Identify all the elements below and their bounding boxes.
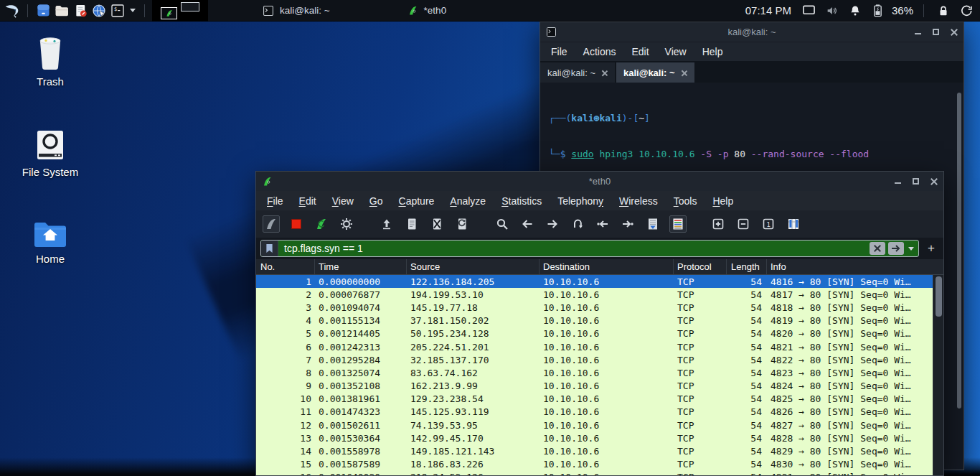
stop-capture-button[interactable]	[288, 215, 305, 233]
terminal-titlebar[interactable]: kali@kali: ~	[540, 22, 963, 42]
wireshark-menu-go[interactable]: Go	[363, 194, 390, 208]
go-to-packet-button[interactable]	[569, 215, 586, 233]
packet-row[interactable]: 120.00150261174.139.53.9510.10.10.6TCP54…	[256, 419, 933, 431]
packet-row[interactable]: 130.001530364142.99.45.17010.10.10.6TCP5…	[256, 431, 933, 444]
wireshark-titlebar[interactable]: *eth0	[256, 172, 943, 191]
zoom-100-button[interactable]: 1	[760, 215, 777, 233]
terminal-tab-active[interactable]: kali@kali: ~	[616, 62, 694, 83]
zoom-out-button[interactable]	[735, 215, 752, 233]
packet-row[interactable]: 110.001474323145.125.93.11910.10.10.6TCP…	[256, 406, 933, 419]
packet-row[interactable]: 140.001558978149.185.121.14310.10.10.6TC…	[256, 444, 933, 457]
terminal-menu-view[interactable]: View	[659, 45, 693, 59]
filter-apply-button[interactable]	[888, 242, 904, 255]
minimize-button[interactable]	[914, 28, 922, 36]
workspace-pager[interactable]	[152, 0, 208, 22]
close-button[interactable]	[950, 28, 958, 36]
go-last-button[interactable]	[619, 215, 636, 233]
wireshark-menu-file[interactable]: File	[260, 194, 290, 208]
filter-dropdown-caret[interactable]	[908, 247, 914, 251]
column-header-time[interactable]: Time	[315, 259, 407, 274]
terminal-menu-edit[interactable]: Edit	[625, 45, 655, 59]
launcher-text-editor[interactable]	[71, 1, 90, 20]
zoom-in-button[interactable]	[710, 215, 727, 233]
lock-button[interactable]	[934, 1, 953, 20]
packet-row[interactable]: 40.00115513437.181.150.20210.10.10.6TCP5…	[256, 314, 933, 327]
terminal-tab[interactable]: kali@kali: ~	[540, 62, 615, 83]
close-capture-button[interactable]	[428, 215, 446, 233]
filter-add-button[interactable]: +	[923, 241, 939, 256]
go-forward-button[interactable]	[544, 215, 561, 233]
capture-options-button[interactable]	[338, 215, 355, 233]
go-back-button[interactable]	[519, 215, 536, 233]
terminal-scrollbar[interactable]	[957, 88, 961, 461]
packet-row[interactable]: 70.00129528432.185.137.17010.10.10.6TCP5…	[256, 353, 933, 366]
packet-row[interactable]: 10.000000000122.136.184.20510.10.10.6TCP…	[256, 275, 933, 288]
packet-row[interactable]: 30.001094074145.19.77.1810.10.10.6TCP544…	[256, 301, 933, 314]
tab-close-icon[interactable]	[681, 70, 687, 76]
taskbar-item-terminal[interactable]: kali@kali: ~	[255, 0, 337, 22]
start-capture-button[interactable]	[263, 215, 280, 233]
packet-row[interactable]: 60.001242313205.224.51.20110.10.10.6TCP5…	[256, 340, 933, 353]
launcher-browser[interactable]	[90, 1, 108, 20]
column-header-destination[interactable]: Destination	[540, 259, 674, 274]
packet-row[interactable]: 80.00132507483.63.74.16210.10.10.6TCP544…	[256, 366, 933, 379]
wireshark-menu-analyze[interactable]: Analyze	[443, 194, 492, 208]
maximize-button[interactable]	[932, 28, 940, 36]
notifications-button[interactable]	[846, 1, 864, 20]
display-settings-button[interactable]	[800, 1, 819, 20]
terminal-menu-help[interactable]: Help	[696, 45, 730, 59]
volume-button[interactable]	[823, 1, 842, 20]
desktop-icon-trash[interactable]: Trash	[16, 34, 85, 88]
wireshark-menu-edit[interactable]: Edit	[293, 194, 323, 208]
wireshark-menu-wireless[interactable]: Wireless	[613, 194, 664, 208]
column-header-no[interactable]: No.	[256, 259, 315, 274]
close-button[interactable]	[930, 177, 938, 185]
launcher-caret[interactable]	[127, 1, 138, 20]
column-header-length[interactable]: Length	[727, 259, 767, 274]
packet-row[interactable]: 100.001381961129.23.238.5410.10.10.6TCP5…	[256, 393, 933, 406]
go-first-button[interactable]	[594, 215, 611, 233]
packet-row[interactable]: 90.001352108162.213.9.9910.10.10.6TCP544…	[256, 380, 933, 393]
column-header-protocol[interactable]: Protocol	[674, 259, 727, 274]
clock[interactable]: 07:14 PM	[745, 4, 791, 17]
wireshark-menu-view[interactable]: View	[326, 194, 360, 208]
launcher-folder[interactable]	[52, 1, 71, 20]
terminal-menu-actions[interactable]: Actions	[577, 45, 623, 59]
battery-indicator[interactable]	[869, 1, 887, 20]
wireshark-menu-telephony[interactable]: Telephony	[551, 194, 610, 208]
display-filter-input[interactable]: tcp.flags.syn == 1	[260, 240, 919, 257]
restart-capture-button[interactable]	[313, 215, 330, 233]
packet-row[interactable]: 160.001640030219.24.53.12610.10.10.6TCP5…	[256, 471, 933, 475]
colorize-button[interactable]	[669, 215, 687, 233]
wireshark-menu-tools[interactable]: Tools	[667, 194, 704, 208]
resize-columns-button[interactable]	[785, 215, 802, 233]
launcher-file-manager[interactable]	[34, 1, 52, 20]
open-capture-button[interactable]	[378, 215, 395, 233]
launcher-terminal[interactable]: $	[108, 1, 127, 20]
column-header-info[interactable]: Info	[767, 259, 943, 274]
terminal-menu-file[interactable]: File	[545, 45, 574, 59]
packet-list-scrollbar[interactable]	[933, 275, 943, 475]
wireshark-menu-statistics[interactable]: Statistics	[495, 194, 548, 208]
scrollbar-thumb[interactable]	[957, 93, 961, 409]
filter-clear-button[interactable]	[870, 242, 885, 255]
tab-close-icon[interactable]	[601, 70, 608, 76]
packet-row[interactable]: 20.000076877194.199.53.1010.10.10.6TCP54…	[256, 288, 933, 301]
maximize-button[interactable]	[912, 177, 920, 185]
wireshark-menu-help[interactable]: Help	[706, 194, 740, 208]
column-header-source[interactable]: Source	[407, 259, 540, 274]
filter-bookmark-button[interactable]	[261, 241, 278, 256]
desktop-icon-home[interactable]: Home	[16, 219, 85, 265]
desktop-icon-filesystem[interactable]: File System	[16, 128, 85, 178]
save-capture-button[interactable]	[403, 215, 420, 233]
packet-row[interactable]: 150.00158758918.186.83.22610.10.10.6TCP5…	[256, 458, 933, 471]
wireshark-menu-capture[interactable]: Capture	[392, 194, 441, 208]
power-button[interactable]	[957, 1, 976, 20]
minimize-button[interactable]	[894, 177, 902, 185]
taskbar-item-wireshark[interactable]: *eth0	[400, 0, 454, 22]
auto-scroll-button[interactable]	[644, 215, 661, 233]
find-packet-button[interactable]	[494, 215, 511, 233]
kali-menu-button[interactable]	[3, 1, 22, 20]
scrollbar-thumb[interactable]	[936, 276, 942, 317]
reload-capture-button[interactable]	[453, 215, 471, 233]
